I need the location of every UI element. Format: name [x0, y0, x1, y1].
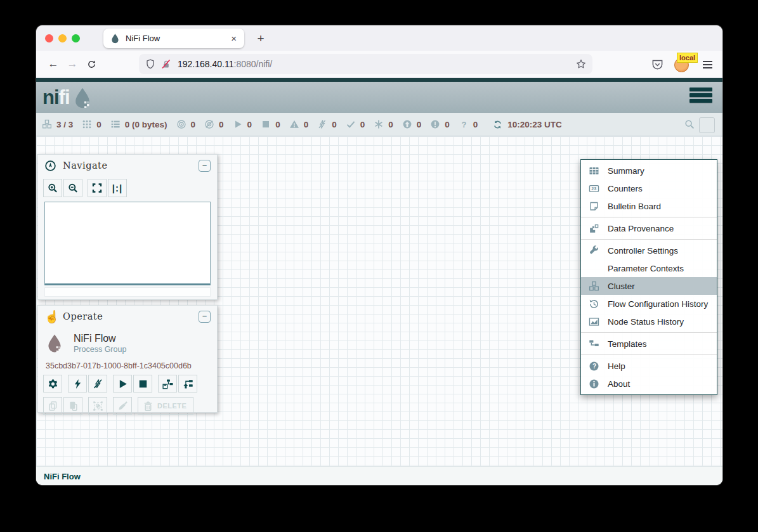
status-item: 0 — [402, 119, 422, 129]
operate-collapse-button[interactable]: − — [199, 311, 211, 323]
template-button[interactable] — [353, 86, 376, 109]
reload-icon — [87, 60, 96, 69]
zoom-out-button[interactable] — [63, 179, 82, 197]
menu-item[interactable]: Flow Configuration History — [581, 295, 717, 313]
upload-template-icon — [183, 379, 193, 389]
url-bar[interactable]: 192.168.40.11:8080/nifi/ — [139, 54, 592, 74]
status-item: 0 (0 bytes) — [110, 119, 167, 129]
url-text[interactable]: 192.168.40.11:8080/nifi/ — [178, 59, 576, 69]
navigate-tools: |:| — [38, 176, 217, 197]
menu-item[interactable]: Data Provenance — [581, 219, 717, 237]
new-tab-button[interactable]: + — [252, 30, 270, 48]
status-item: 0 — [289, 119, 309, 129]
input-port-button[interactable] — [159, 86, 182, 109]
zoom-actual-button[interactable]: |:| — [108, 179, 127, 197]
menu-item[interactable]: Node Status History — [581, 313, 717, 330]
maximize-window-button[interactable] — [72, 34, 80, 42]
pocket-icon[interactable] — [651, 58, 663, 70]
status-count: 0 — [332, 120, 337, 129]
configuration-gear-button[interactable] — [43, 375, 62, 393]
create-template-button[interactable] — [158, 375, 177, 393]
profile-badge: local — [677, 53, 698, 63]
profile-avatar[interactable]: local — [674, 57, 689, 72]
sync-failure-icon: ? — [459, 119, 469, 129]
nifi-logo: ni fi — [42, 86, 94, 109]
navbar-right-icons: local — [651, 51, 715, 78]
birdseye-view[interactable] — [44, 202, 211, 285]
bulletin-board-icon — [589, 201, 599, 212]
menu-divider — [581, 217, 717, 217]
minimize-window-button[interactable] — [58, 34, 67, 42]
operate-flow-info: NiFi Flow Process Group — [38, 327, 217, 356]
search-input-box[interactable] — [699, 117, 715, 133]
global-menu: Summary 23 Counters Bulletin Board Data … — [580, 159, 717, 395]
start-button[interactable] — [113, 375, 132, 393]
toolbar-components — [121, 86, 414, 109]
search-icon[interactable] — [684, 119, 695, 129]
menu-item[interactable]: ? Help — [581, 357, 717, 375]
paste-button[interactable] — [63, 397, 82, 415]
status-item: 0 — [176, 119, 196, 129]
status-item: 0 — [346, 119, 365, 129]
queued-icon — [110, 119, 121, 129]
enable-button[interactable] — [68, 375, 87, 393]
status-refresh[interactable]: 10:20:23 UTC — [493, 120, 562, 129]
forward-button[interactable]: → — [63, 55, 82, 74]
stop-button[interactable] — [133, 375, 152, 393]
zoom-in-button[interactable] — [43, 179, 62, 197]
last-refreshed-time: 10:20:23 UTC — [507, 120, 562, 129]
invalid-icon — [289, 119, 299, 129]
refresh-icon[interactable] — [493, 120, 502, 129]
status-item: 3 / 3 — [42, 119, 73, 129]
operate-header[interactable]: ☝ Operate − — [38, 306, 217, 327]
logo-fi: fi — [59, 86, 70, 109]
flow-status-bar: 3 / 3 0 0 (0 bytes) 0 0 — [36, 113, 722, 136]
back-button[interactable]: ← — [44, 55, 63, 74]
status-item: 0 — [317, 119, 337, 129]
label-button[interactable] — [391, 86, 414, 109]
copy-button[interactable] — [43, 397, 62, 415]
funnel-button[interactable] — [314, 86, 337, 109]
process-group-button[interactable] — [237, 86, 259, 109]
browser-tab[interactable]: NiFi Flow × — [103, 29, 244, 48]
disable-button[interactable] — [88, 375, 107, 393]
bookmark-star-icon[interactable] — [576, 59, 586, 69]
group-button[interactable] — [88, 397, 107, 415]
output-port-button[interactable] — [198, 86, 221, 109]
controller-settings-icon — [589, 245, 599, 256]
create-template-icon — [162, 379, 173, 389]
delete-button[interactable]: DELETE — [138, 397, 193, 415]
status-count: 0 — [417, 120, 422, 129]
svg-text:23: 23 — [591, 186, 596, 191]
tab-close-icon[interactable]: × — [230, 33, 238, 44]
nifi-favicon — [110, 33, 121, 44]
breadcrumb[interactable]: NiFi Flow — [44, 472, 81, 481]
menu-divider — [581, 332, 717, 333]
menu-item[interactable]: Parameter Contexts — [581, 259, 717, 277]
global-menu-button[interactable] — [689, 88, 712, 103]
zoom-fit-button[interactable] — [88, 179, 107, 197]
stale-icon — [402, 119, 412, 129]
menu-item[interactable]: Summary — [581, 162, 717, 179]
not-transmitting-icon — [204, 119, 214, 129]
menu-item[interactable]: 23 Counters — [581, 179, 717, 197]
fill-color-button[interactable] — [113, 397, 132, 415]
nifi-toolbar: ni fi — [36, 82, 722, 113]
tracking-protection-shield-icon[interactable] — [145, 59, 155, 69]
close-window-button[interactable] — [45, 34, 53, 42]
status-count: 0 — [96, 120, 101, 129]
menu-item[interactable]: Bulletin Board — [581, 197, 717, 215]
navigate-header[interactable]: Navigate − — [38, 155, 217, 176]
menu-item[interactable]: Cluster — [581, 277, 717, 295]
browser-menu-button[interactable] — [700, 58, 715, 71]
reload-button[interactable] — [82, 55, 101, 74]
menu-item[interactable]: Templates — [581, 335, 717, 353]
processor-button[interactable] — [121, 86, 143, 109]
insecure-lock-icon[interactable] — [161, 59, 171, 69]
navigate-collapse-button[interactable]: − — [199, 160, 211, 172]
upload-template-button[interactable] — [178, 375, 197, 393]
remote-process-group-button[interactable] — [275, 86, 298, 109]
menu-item[interactable]: Controller Settings — [581, 242, 717, 259]
menu-item[interactable]: About — [581, 375, 717, 393]
status-item: ? 0 — [459, 119, 478, 129]
